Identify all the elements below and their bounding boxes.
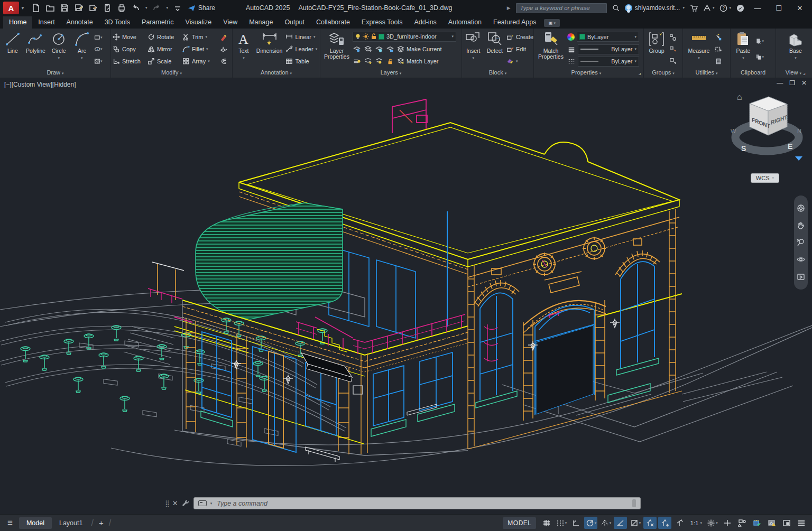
linear-button[interactable]: Linear▾ (285, 32, 318, 42)
viewcube[interactable]: S E W N FRONT RIGHT (727, 88, 807, 167)
group-edit-icon[interactable] (669, 45, 677, 53)
autocad-logo[interactable]: A (3, 2, 19, 14)
edit-block-button[interactable]: Edit (506, 44, 532, 54)
insert-block-button[interactable]: Insert▾ (464, 30, 483, 69)
panel-block-footer[interactable]: Block ▾ (462, 69, 533, 78)
feedback-icon[interactable] (736, 4, 744, 12)
graphics-performance-icon[interactable] (765, 517, 778, 529)
model-tab[interactable]: Model (19, 517, 52, 529)
layer-off-icon[interactable] (353, 45, 361, 53)
copy-clip-icon[interactable]: ▾ (755, 53, 764, 61)
vp-close-icon[interactable]: ✕ (801, 79, 807, 87)
base-view-button[interactable]: Base▾ (781, 30, 810, 69)
search-input[interactable] (516, 3, 607, 13)
dimension-button[interactable]: Dimension (254, 30, 285, 69)
customization-menu-icon[interactable] (795, 517, 808, 529)
text-button[interactable]: A Text▾ (234, 30, 253, 69)
command-prompt-icon[interactable] (198, 500, 207, 506)
tab-3d-tools[interactable]: 3D Tools (99, 16, 136, 29)
search-icon[interactable] (612, 4, 620, 12)
polar-tracking-toggle[interactable]: ▾ (584, 517, 597, 529)
stretch-button[interactable]: Stretch (113, 57, 146, 67)
tab-annotate[interactable]: Annotate (61, 16, 99, 29)
command-grip-handle[interactable]: ⣿ (165, 500, 169, 507)
showmotion-icon[interactable] (797, 273, 805, 281)
app-store-cart-icon[interactable] (690, 4, 698, 12)
annotation-scale-value[interactable]: 1:1▾ (688, 520, 704, 526)
clean-screen-icon[interactable] (780, 517, 793, 529)
app-menu-caret-icon[interactable]: ▼ (21, 6, 25, 11)
match-properties-button[interactable]: Match Properties (536, 30, 566, 69)
layer-on-all-icon[interactable] (353, 57, 361, 66)
crosshair-units-icon[interactable] (721, 517, 734, 529)
circle-button[interactable]: Circle▾ (48, 30, 70, 69)
undo-caret-icon[interactable]: ▾ (145, 6, 147, 10)
paste-button[interactable]: Paste▾ (732, 30, 754, 69)
search-history-caret-icon[interactable]: ▶ (507, 5, 511, 11)
match-layer-button[interactable]: Match Layer (397, 57, 439, 67)
command-close-icon[interactable]: ✕ (172, 499, 178, 507)
command-customize-wrench-icon[interactable] (182, 499, 190, 507)
save-icon[interactable] (60, 3, 69, 13)
viewport-label[interactable]: [−][Custom View][Hidden] (4, 81, 76, 88)
panel-layers-footer[interactable]: Layers ▾ (320, 69, 462, 78)
array-button[interactable]: Array▾ (182, 57, 218, 67)
scale-button[interactable]: Scale (147, 57, 181, 67)
command-history-caret-icon[interactable]: ▾ (210, 501, 213, 506)
layer-unlock-all-icon[interactable] (386, 57, 394, 66)
panel-annotation-footer[interactable]: Annotation ▾ (233, 69, 320, 78)
layer-dropdown[interactable]: 3D_furniture-indoor ▾ (353, 32, 456, 42)
open-web-icon[interactable] (103, 3, 112, 13)
tab-add-ins[interactable]: Add-ins (408, 16, 442, 29)
copy-button[interactable]: Copy (113, 44, 146, 54)
mirror-button[interactable]: Mirror (147, 44, 181, 54)
panel-draw-footer[interactable]: Draw ▾ (0, 69, 110, 78)
offset-icon[interactable] (219, 57, 228, 66)
lineweight-dropdown[interactable]: ByLayer▾ (578, 44, 639, 54)
model-space-toggle[interactable]: MODEL (503, 517, 536, 529)
table-button[interactable]: Table (285, 57, 318, 67)
vp-minimize-icon[interactable]: — (777, 79, 783, 87)
measure-button[interactable]: Measure▾ (685, 30, 713, 69)
command-input[interactable] (216, 499, 628, 508)
batch-save-icon[interactable] (88, 3, 98, 13)
ribbon-display-toggle[interactable]: ▣▾ (544, 19, 560, 27)
erase-icon[interactable] (219, 33, 228, 42)
layer-lock-icon[interactable] (386, 45, 394, 53)
layout1-tab[interactable]: Layout1 (52, 517, 90, 529)
quick-calculator-icon[interactable] (714, 57, 723, 66)
object-snap-tracking-toggle[interactable] (614, 517, 627, 529)
orbit-icon[interactable] (797, 255, 805, 264)
detect-block-button[interactable]: Detect (484, 30, 505, 69)
move-button[interactable]: Move (113, 32, 146, 42)
panel-utilities-footer[interactable]: Utilities ▾ (683, 69, 730, 78)
tab-output[interactable]: Output (279, 16, 310, 29)
rectangle-tool-icon[interactable]: ▾ (94, 33, 103, 42)
tab-home[interactable]: Home (3, 16, 32, 29)
isometric-drafting-toggle[interactable]: ▾ (599, 517, 612, 529)
layer-freeze-icon[interactable] (375, 45, 383, 53)
tab-parametric[interactable]: Parametric (136, 16, 179, 29)
edit-attributes-icon[interactable]: ▾ (506, 57, 532, 67)
polyline-button[interactable]: Polyline (25, 30, 47, 69)
wcs-button[interactable]: WCS▾ (751, 173, 779, 183)
object-snap-toggle[interactable]: ▾ (629, 517, 642, 529)
help-icon[interactable]: ?▾ (719, 4, 731, 12)
make-current-button[interactable]: Make Current (397, 44, 442, 54)
trim-button[interactable]: Trim▾ (182, 32, 218, 42)
tab-collaborate[interactable]: Collaborate (310, 16, 356, 29)
leader-button[interactable]: Leader▾ (285, 44, 318, 54)
snap-mode-toggle[interactable]: ▾ (555, 517, 568, 529)
share-button[interactable]: Share (188, 4, 215, 12)
layer-properties-button[interactable]: Layer Properties (322, 30, 352, 69)
full-navigation-wheel-icon[interactable] (797, 204, 805, 212)
layer-freeze-all-icon[interactable] (375, 57, 383, 66)
new-layout-button[interactable]: + (95, 518, 108, 527)
tab-automation[interactable]: Automation (442, 16, 487, 29)
quick-select-icon[interactable] (714, 33, 723, 42)
isolate-objects-icon[interactable] (735, 517, 749, 529)
ungroup-icon[interactable] (669, 33, 677, 42)
layer-isolate-icon[interactable] (364, 45, 372, 53)
tab-express-tools[interactable]: Express Tools (356, 16, 409, 29)
rotate-button[interactable]: Rotate (147, 32, 181, 42)
